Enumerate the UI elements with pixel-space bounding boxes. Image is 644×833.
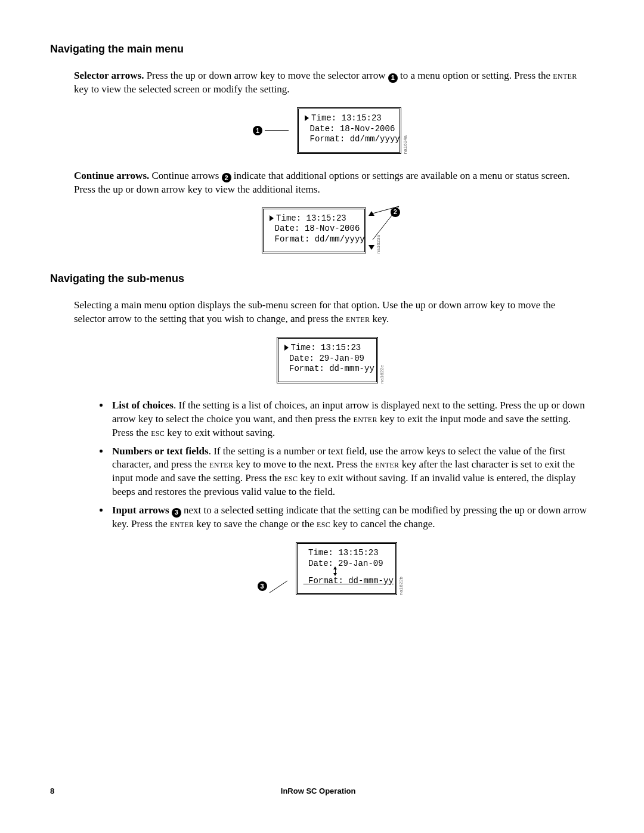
key-enter: enter (346, 313, 370, 324)
figure-code-3: na1622e (379, 363, 386, 383)
lcd-screen-4: Time: 13:15:23 Date:29-Jan-09 Format: dd… (296, 542, 397, 595)
leader-line-3 (270, 577, 287, 595)
callout-1: 1 (253, 126, 262, 135)
key-enter: enter (170, 518, 194, 529)
figure-1: 1 Time: 13:15:23 Date: 18-Nov-2006 Forma… (74, 107, 588, 154)
bullet-input-arrows: Input arrows 3 next to a selected settin… (110, 504, 588, 531)
callout-2-inline: 2 (222, 173, 231, 182)
heading-sub-menus: Navigating the sub-menus (50, 271, 594, 286)
key-enter: enter (375, 459, 399, 470)
lead-continue: Continue arrows. (74, 170, 149, 181)
callout-3: 3 (258, 581, 267, 591)
selector-arrow-icon (305, 115, 309, 121)
leader-line (265, 130, 289, 131)
bullet-list-of-choices: List of choices. If the setting is a lis… (110, 399, 588, 440)
figure-code-2: na1623a (376, 233, 382, 253)
callout-3-inline: 3 (172, 508, 181, 518)
bullet-numbers-text: Numbers or text fields. If the setting i… (110, 445, 588, 500)
key-esc: esc (151, 427, 165, 438)
page-number: 8 (50, 786, 54, 797)
callout-1-inline: 1 (388, 73, 398, 83)
lcd-screen-2: Time: 13:15:23 Date: 18-Nov-2006 Format:… (262, 208, 366, 254)
heading-main-menu: Navigating the main menu (50, 42, 594, 56)
footer-title: InRow SC Operation (54, 786, 582, 797)
figure-3: Time: 13:15:23 Date: 29-Jan-09 Format: d… (74, 337, 588, 383)
lead-selector: Selector arrows. (74, 70, 144, 81)
figure-4: 3 Time: 13:15:23 Date:29-Jan-09 Format: … (74, 542, 588, 595)
svg-line-2 (270, 581, 287, 593)
page-footer: 8 InRow SC Operation (50, 786, 594, 797)
key-esc: esc (284, 472, 298, 484)
figure-code-1: na1624a (402, 133, 409, 154)
figure-2: Time: 13:15:23 Date: 18-Nov-2006 Format:… (74, 208, 588, 254)
key-esc: esc (317, 518, 330, 529)
para-submenu-intro: Selecting a main menu option displays th… (74, 299, 588, 326)
lcd-screen-1: Time: 13:15:23 Date: 18-Nov-2006 Format:… (297, 107, 401, 154)
key-enter: enter (209, 459, 233, 470)
bullet-list: List of choices. If the setting is a lis… (74, 399, 588, 531)
key-enter: enter (354, 413, 377, 425)
key-enter: enter (553, 70, 577, 81)
para-selector-arrows: Selector arrows. Press the up or down ar… (74, 69, 588, 97)
selector-arrow-icon (270, 215, 274, 221)
continue-arrows-icon (369, 208, 374, 254)
lcd-screen-3: Time: 13:15:23 Date: 29-Jan-09 Format: d… (277, 337, 378, 383)
callout-2: 2 (391, 208, 400, 217)
figure-code-4: na1622b (398, 574, 405, 595)
input-arrow-icon (333, 566, 337, 576)
selector-arrow-icon (284, 345, 289, 351)
para-continue-arrows: Continue arrows. Continue arrows 2 indic… (74, 169, 588, 197)
